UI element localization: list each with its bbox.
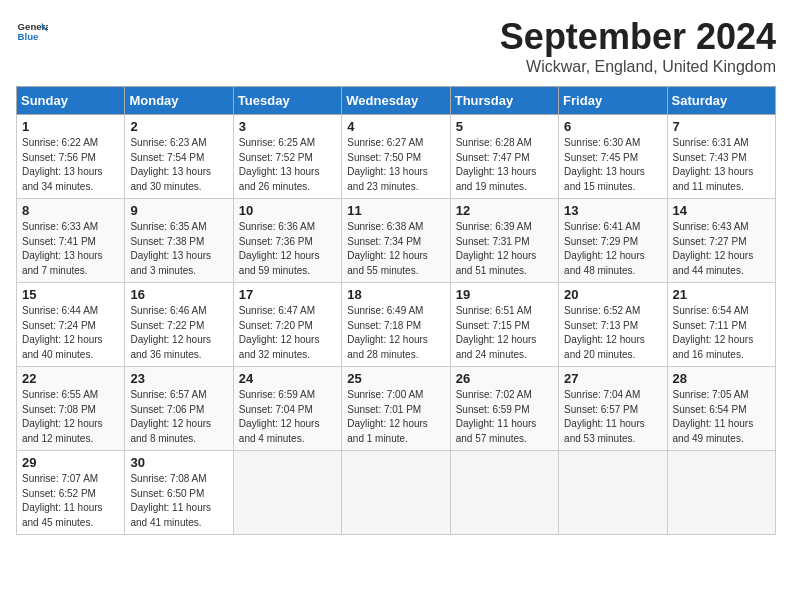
day-detail: Sunrise: 6:44 AMSunset: 7:24 PMDaylight:… [22,304,119,362]
calendar-cell: 17Sunrise: 6:47 AMSunset: 7:20 PMDayligh… [233,283,341,367]
page-header: General Blue September 2024 Wickwar, Eng… [16,16,776,76]
calendar-cell: 1Sunrise: 6:22 AMSunset: 7:56 PMDaylight… [17,115,125,199]
calendar-cell: 29Sunrise: 7:07 AMSunset: 6:52 PMDayligh… [17,451,125,535]
day-number: 10 [239,203,336,218]
calendar-body: 1Sunrise: 6:22 AMSunset: 7:56 PMDaylight… [17,115,776,535]
calendar-cell: 19Sunrise: 6:51 AMSunset: 7:15 PMDayligh… [450,283,558,367]
day-detail: Sunrise: 7:04 AMSunset: 6:57 PMDaylight:… [564,388,661,446]
calendar-cell: 5Sunrise: 6:28 AMSunset: 7:47 PMDaylight… [450,115,558,199]
calendar-cell: 16Sunrise: 6:46 AMSunset: 7:22 PMDayligh… [125,283,233,367]
day-detail: Sunrise: 6:35 AMSunset: 7:38 PMDaylight:… [130,220,227,278]
day-number: 21 [673,287,770,302]
weekday-header: Thursday [450,87,558,115]
day-number: 17 [239,287,336,302]
day-number: 23 [130,371,227,386]
calendar-table: SundayMondayTuesdayWednesdayThursdayFrid… [16,86,776,535]
day-detail: Sunrise: 6:38 AMSunset: 7:34 PMDaylight:… [347,220,444,278]
calendar-cell: 27Sunrise: 7:04 AMSunset: 6:57 PMDayligh… [559,367,667,451]
calendar-cell: 11Sunrise: 6:38 AMSunset: 7:34 PMDayligh… [342,199,450,283]
day-detail: Sunrise: 6:49 AMSunset: 7:18 PMDaylight:… [347,304,444,362]
day-number: 7 [673,119,770,134]
day-detail: Sunrise: 6:36 AMSunset: 7:36 PMDaylight:… [239,220,336,278]
day-number: 12 [456,203,553,218]
calendar-week-row: 8Sunrise: 6:33 AMSunset: 7:41 PMDaylight… [17,199,776,283]
calendar-cell [667,451,775,535]
calendar-cell: 22Sunrise: 6:55 AMSunset: 7:08 PMDayligh… [17,367,125,451]
calendar-cell: 24Sunrise: 6:59 AMSunset: 7:04 PMDayligh… [233,367,341,451]
day-number: 27 [564,371,661,386]
day-detail: Sunrise: 6:55 AMSunset: 7:08 PMDaylight:… [22,388,119,446]
day-number: 8 [22,203,119,218]
day-detail: Sunrise: 6:28 AMSunset: 7:47 PMDaylight:… [456,136,553,194]
location: Wickwar, England, United Kingdom [500,58,776,76]
day-number: 24 [239,371,336,386]
day-detail: Sunrise: 7:05 AMSunset: 6:54 PMDaylight:… [673,388,770,446]
svg-text:Blue: Blue [18,31,39,42]
calendar-cell: 23Sunrise: 6:57 AMSunset: 7:06 PMDayligh… [125,367,233,451]
calendar-cell [233,451,341,535]
day-number: 11 [347,203,444,218]
day-detail: Sunrise: 6:27 AMSunset: 7:50 PMDaylight:… [347,136,444,194]
day-detail: Sunrise: 6:46 AMSunset: 7:22 PMDaylight:… [130,304,227,362]
day-detail: Sunrise: 6:52 AMSunset: 7:13 PMDaylight:… [564,304,661,362]
weekday-header: Friday [559,87,667,115]
calendar-cell: 4Sunrise: 6:27 AMSunset: 7:50 PMDaylight… [342,115,450,199]
logo-icon: General Blue [16,16,48,48]
calendar-cell: 14Sunrise: 6:43 AMSunset: 7:27 PMDayligh… [667,199,775,283]
calendar-cell: 28Sunrise: 7:05 AMSunset: 6:54 PMDayligh… [667,367,775,451]
calendar-cell: 10Sunrise: 6:36 AMSunset: 7:36 PMDayligh… [233,199,341,283]
day-detail: Sunrise: 6:43 AMSunset: 7:27 PMDaylight:… [673,220,770,278]
day-detail: Sunrise: 6:25 AMSunset: 7:52 PMDaylight:… [239,136,336,194]
calendar-cell [342,451,450,535]
calendar-cell: 9Sunrise: 6:35 AMSunset: 7:38 PMDaylight… [125,199,233,283]
day-number: 18 [347,287,444,302]
day-detail: Sunrise: 6:51 AMSunset: 7:15 PMDaylight:… [456,304,553,362]
calendar-week-row: 29Sunrise: 7:07 AMSunset: 6:52 PMDayligh… [17,451,776,535]
day-number: 3 [239,119,336,134]
calendar-week-row: 22Sunrise: 6:55 AMSunset: 7:08 PMDayligh… [17,367,776,451]
day-number: 28 [673,371,770,386]
day-number: 13 [564,203,661,218]
day-detail: Sunrise: 7:00 AMSunset: 7:01 PMDaylight:… [347,388,444,446]
weekday-header: Tuesday [233,87,341,115]
calendar-cell: 7Sunrise: 6:31 AMSunset: 7:43 PMDaylight… [667,115,775,199]
day-detail: Sunrise: 6:22 AMSunset: 7:56 PMDaylight:… [22,136,119,194]
calendar-cell: 6Sunrise: 6:30 AMSunset: 7:45 PMDaylight… [559,115,667,199]
calendar-cell: 13Sunrise: 6:41 AMSunset: 7:29 PMDayligh… [559,199,667,283]
calendar-header-row: SundayMondayTuesdayWednesdayThursdayFrid… [17,87,776,115]
calendar-week-row: 15Sunrise: 6:44 AMSunset: 7:24 PMDayligh… [17,283,776,367]
calendar-cell: 30Sunrise: 7:08 AMSunset: 6:50 PMDayligh… [125,451,233,535]
day-detail: Sunrise: 7:07 AMSunset: 6:52 PMDaylight:… [22,472,119,530]
day-number: 9 [130,203,227,218]
day-number: 25 [347,371,444,386]
day-number: 16 [130,287,227,302]
day-number: 4 [347,119,444,134]
day-number: 6 [564,119,661,134]
month-title: September 2024 [500,16,776,58]
day-detail: Sunrise: 7:02 AMSunset: 6:59 PMDaylight:… [456,388,553,446]
day-detail: Sunrise: 6:33 AMSunset: 7:41 PMDaylight:… [22,220,119,278]
calendar-cell: 12Sunrise: 6:39 AMSunset: 7:31 PMDayligh… [450,199,558,283]
day-number: 26 [456,371,553,386]
calendar-cell: 2Sunrise: 6:23 AMSunset: 7:54 PMDaylight… [125,115,233,199]
calendar-cell: 8Sunrise: 6:33 AMSunset: 7:41 PMDaylight… [17,199,125,283]
weekday-header: Sunday [17,87,125,115]
day-number: 29 [22,455,119,470]
day-number: 19 [456,287,553,302]
day-detail: Sunrise: 6:41 AMSunset: 7:29 PMDaylight:… [564,220,661,278]
day-detail: Sunrise: 6:31 AMSunset: 7:43 PMDaylight:… [673,136,770,194]
calendar-cell: 3Sunrise: 6:25 AMSunset: 7:52 PMDaylight… [233,115,341,199]
day-number: 22 [22,371,119,386]
day-detail: Sunrise: 6:39 AMSunset: 7:31 PMDaylight:… [456,220,553,278]
calendar-cell: 26Sunrise: 7:02 AMSunset: 6:59 PMDayligh… [450,367,558,451]
weekday-header: Saturday [667,87,775,115]
calendar-cell: 20Sunrise: 6:52 AMSunset: 7:13 PMDayligh… [559,283,667,367]
weekday-header: Monday [125,87,233,115]
weekday-header: Wednesday [342,87,450,115]
day-detail: Sunrise: 6:59 AMSunset: 7:04 PMDaylight:… [239,388,336,446]
day-detail: Sunrise: 6:47 AMSunset: 7:20 PMDaylight:… [239,304,336,362]
day-number: 15 [22,287,119,302]
calendar-week-row: 1Sunrise: 6:22 AMSunset: 7:56 PMDaylight… [17,115,776,199]
day-detail: Sunrise: 6:30 AMSunset: 7:45 PMDaylight:… [564,136,661,194]
day-detail: Sunrise: 6:54 AMSunset: 7:11 PMDaylight:… [673,304,770,362]
